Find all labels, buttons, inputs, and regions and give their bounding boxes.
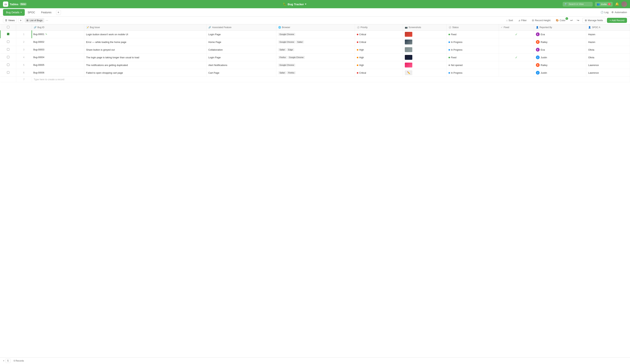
feature-cell[interactable]: Collaboration xyxy=(206,46,276,54)
status-cell[interactable]: In Progress xyxy=(446,46,499,54)
row-checkbox-cell[interactable] xyxy=(0,54,16,61)
bug-issue-cell[interactable]: Share button is greyed out xyxy=(84,46,206,54)
bug-issue-cell[interactable]: Error — while loading the home page xyxy=(84,38,206,46)
row-checkbox[interactable] xyxy=(7,33,10,35)
views-button[interactable]: ☰ Views xyxy=(3,18,17,23)
add-row-button[interactable]: + 5 xyxy=(3,359,11,363)
table-row[interactable]: 6 Bug-00006 Failed to open shopping cart… xyxy=(0,69,630,77)
table-row[interactable]: 4 Bug-00004 The login page is taking lon… xyxy=(0,54,630,61)
col-header-spoc[interactable]: 👤 SPOC A xyxy=(586,24,630,30)
feature-cell[interactable]: Home Page xyxy=(206,38,276,46)
col-header-status[interactable]: ⚪ Status xyxy=(446,24,499,30)
col-header-associated-feature[interactable]: 🔗 Associated Feature xyxy=(206,24,276,30)
bug-id-cell[interactable]: Bug-00005 xyxy=(32,61,84,69)
feature-cell[interactable]: Login Page xyxy=(206,30,276,38)
status-badge: Fixed xyxy=(448,56,456,59)
search-box[interactable]: 🔍 Search in View xyxy=(563,2,593,6)
log-button[interactable]: 🕐 Log xyxy=(600,11,608,14)
col-header-browser[interactable]: 🌐 Browser xyxy=(276,24,355,30)
color-button[interactable]: 🎨 Color 1 xyxy=(554,18,568,23)
feature-cell[interactable]: Alert Notifications xyxy=(206,61,276,69)
col-label-browser: Browser xyxy=(282,26,290,29)
fixed-cell[interactable] xyxy=(499,38,534,46)
feature-cell[interactable]: Login Page xyxy=(206,54,276,61)
status-cell[interactable]: Not opened xyxy=(446,61,499,69)
status-cell[interactable]: In Progress xyxy=(446,38,499,46)
bug-issue-cell[interactable]: The notifications are getting duplicated xyxy=(84,61,206,69)
bug-issue-cell[interactable]: Failed to open shopping cart page xyxy=(84,69,206,77)
spoc-cell: Hazen xyxy=(586,38,630,46)
row-checkbox-cell[interactable] xyxy=(0,38,16,46)
col-header-screenshots[interactable]: 📷 Screenshots xyxy=(403,24,446,30)
col-header-checkbox[interactable] xyxy=(0,24,16,30)
bug-issue-cell[interactable]: Login button doesn't work on mobile UI xyxy=(84,30,206,38)
row-checkbox[interactable] xyxy=(7,71,10,74)
add-view-button[interactable]: + xyxy=(18,18,23,23)
status-cell[interactable]: Fixed xyxy=(446,30,499,38)
fixed-cell[interactable] xyxy=(499,69,534,77)
sort-button[interactable]: ↕ Sort xyxy=(504,18,515,23)
bug-id-cell[interactable]: Bug-00002 xyxy=(32,38,84,46)
table-row[interactable]: 2 Bug-00002 Error — while loading the ho… xyxy=(0,38,630,46)
status-cell[interactable]: In Progress xyxy=(446,69,499,77)
add-tab-button[interactable]: + xyxy=(56,10,61,15)
screenshot-cell[interactable] xyxy=(403,30,446,38)
bell-icon[interactable]: 🔔 xyxy=(615,2,619,6)
count-button[interactable]: 5 xyxy=(5,359,11,363)
row-checkbox-cell[interactable] xyxy=(0,30,16,38)
row-checkbox-cell[interactable] xyxy=(0,69,16,77)
row-checkbox[interactable] xyxy=(7,40,10,43)
manage-fields-button[interactable]: ⊞ Manage fields xyxy=(582,18,606,23)
add-record-button[interactable]: + Add Record xyxy=(607,18,627,23)
feature-cell[interactable]: Cart Page xyxy=(206,69,276,77)
screenshot-cell[interactable] xyxy=(403,46,446,54)
table-row[interactable]: 5 Bug-00005 The notifications are gettin… xyxy=(0,61,630,69)
row-checkbox[interactable] xyxy=(7,56,10,58)
automation-button[interactable]: ⚙ Automation xyxy=(612,11,627,14)
screenshot-cell[interactable] xyxy=(403,38,446,46)
filter-button[interactable]: ⊿ Filter xyxy=(516,18,528,23)
tab-features[interactable]: Features xyxy=(38,9,54,16)
row-checkbox[interactable] xyxy=(7,64,10,66)
user-avatar[interactable] xyxy=(622,1,627,7)
screenshot-cell[interactable]: ✏️ xyxy=(403,69,446,77)
bug-id-cell[interactable]: Bug-00001 ✎ xyxy=(32,30,84,38)
col-header-bug-issue[interactable]: 📝 Bug Issue xyxy=(84,24,206,30)
select-all-checkbox[interactable] xyxy=(7,26,10,28)
fixed-cell[interactable]: ✓ xyxy=(499,54,534,61)
row-checkbox-cell[interactable] xyxy=(0,46,16,54)
priority-badge: Critical xyxy=(357,41,366,44)
fixed-cell[interactable] xyxy=(499,61,534,69)
tracker-title[interactable]: 🐛 Bug Tracker ▾ xyxy=(283,2,306,6)
row-checkbox-cell[interactable] xyxy=(0,61,16,69)
col-header-reported-by[interactable]: 👤 Reported By xyxy=(534,24,586,30)
undo-button[interactable]: ↩ xyxy=(569,18,574,23)
fixed-cell[interactable]: ✓ xyxy=(499,30,534,38)
bug-issue-cell[interactable]: The login page is taking longer than usu… xyxy=(84,54,206,61)
table-row[interactable]: 1 Bug-00001 ✎ Login button doesn't work … xyxy=(0,30,630,38)
new-row-placeholder[interactable]: Type here to create a record xyxy=(32,77,630,82)
redo-button[interactable]: ↪ xyxy=(575,18,581,23)
screenshot-cell[interactable] xyxy=(403,61,446,69)
bug-id-cell[interactable]: Bug-00004 xyxy=(32,54,84,61)
table-row[interactable]: 3 Bug-00003 Share button is greyed out C… xyxy=(0,46,630,54)
record-height-button[interactable]: ⊟ Record Height xyxy=(530,18,552,23)
new-record-row[interactable]: 7 Type here to create a record xyxy=(0,77,630,82)
edit-icon[interactable]: ✎ xyxy=(46,33,47,36)
fixed-cell[interactable] xyxy=(499,46,534,54)
view-more-icon[interactable]: ⋯ xyxy=(46,19,48,22)
col-label-feature: Associated Feature xyxy=(212,26,232,29)
bug-id-cell[interactable]: Bug-00003 xyxy=(32,46,84,54)
col-header-fixed[interactable]: ✓ Fixed xyxy=(499,24,534,30)
col-header-priority[interactable]: ⚪ Priority xyxy=(355,24,403,30)
fixed-checkmark: ✓ xyxy=(515,33,518,36)
invite-button[interactable]: 👥 Invite 6 xyxy=(595,2,613,6)
row-checkbox[interactable] xyxy=(7,48,10,50)
status-cell[interactable]: Fixed xyxy=(446,54,499,61)
bug-id-cell[interactable]: Bug-00006 xyxy=(32,69,84,77)
tab-spoc[interactable]: SPOC xyxy=(25,9,38,16)
col-header-bug-id[interactable]: 🔗 Bug ID xyxy=(32,24,84,30)
tab-bug-details[interactable]: Bug Details ▾ xyxy=(3,9,25,16)
list-view-button[interactable]: ⊞ List of Bugs xyxy=(24,18,44,23)
screenshot-cell[interactable] xyxy=(403,54,446,61)
